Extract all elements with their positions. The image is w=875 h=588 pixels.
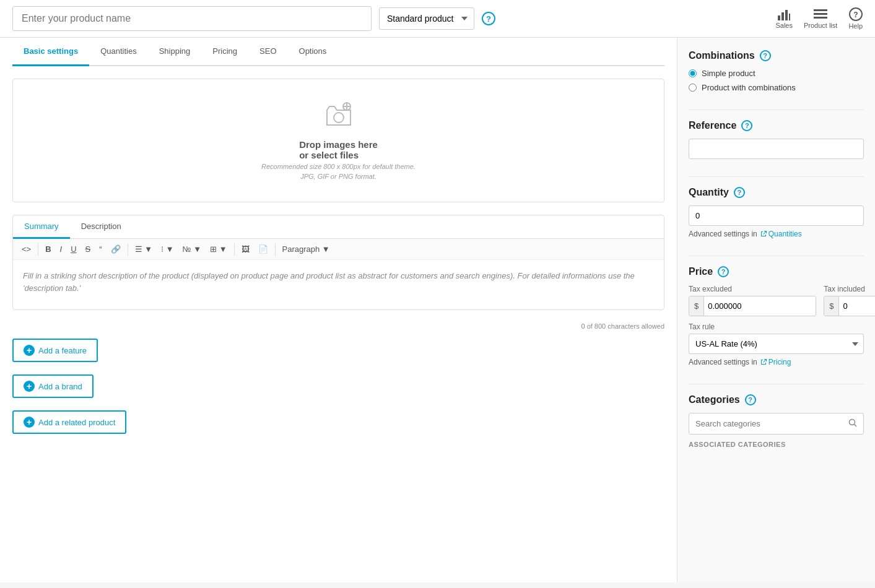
toolbar-divider-2 — [128, 243, 128, 256]
toolbar-strikethrough[interactable]: S — [82, 243, 95, 256]
editor-tab-summary[interactable]: Summary — [13, 215, 70, 239]
sales-label: Sales — [775, 22, 793, 29]
tax-included-field: Tax included $ — [824, 285, 875, 316]
tab-quantities[interactable]: Quantities — [89, 38, 148, 66]
tab-options[interactable]: Options — [288, 38, 338, 66]
tab-seo[interactable]: SEO — [248, 38, 287, 66]
with-combinations-option[interactable]: Product with combinations — [689, 83, 864, 92]
reference-help-icon[interactable]: ? — [741, 120, 752, 131]
question-icon: ? — [849, 7, 863, 21]
tax-rule-label: Tax rule — [689, 322, 864, 331]
tax-included-input[interactable] — [839, 296, 875, 316]
action-buttons: + Add a feature + Add a brand + Add a re… — [12, 339, 664, 440]
price-title: Price ? — [689, 266, 864, 277]
camera-icon — [323, 102, 354, 134]
tax-excluded-field: Tax excluded $ — [689, 285, 816, 316]
header-actions: Sales Product list ? Help — [775, 7, 863, 30]
quantity-title: Quantity ? — [689, 187, 864, 198]
toolbar-paragraph[interactable]: Paragraph ▼ — [279, 243, 334, 256]
toolbar-list-ol[interactable]: № ▼ — [179, 243, 205, 256]
price-help-icon[interactable]: ? — [718, 266, 729, 277]
svg-rect-1 — [781, 12, 784, 20]
combinations-section: Combinations ? Simple product Product wi… — [689, 50, 864, 92]
divider-1 — [689, 110, 864, 110]
tab-shipping[interactable]: Shipping — [148, 38, 202, 66]
tax-excluded-label: Tax excluded — [689, 285, 816, 293]
add-related-product-button[interactable]: + Add a related product — [12, 410, 126, 434]
product-name-input[interactable] — [12, 6, 372, 31]
toolbar-file[interactable]: 📄 — [255, 243, 272, 256]
svg-line-14 — [855, 425, 857, 427]
add-related-icon: + — [24, 417, 35, 428]
editor-section: Summary Description <> B I U S “ 🔗 ☰ ▼ ⁝… — [12, 215, 664, 310]
svg-rect-2 — [785, 10, 788, 20]
assoc-categories-label: ASSOCIATED CATEGORIES — [689, 441, 864, 448]
quantities-link[interactable]: Quantities — [760, 230, 802, 238]
tax-excluded-input[interactable] — [704, 296, 816, 316]
toolbar-italic[interactable]: I — [56, 243, 66, 256]
price-section: Price ? Tax excluded $ Tax included $ — [689, 266, 864, 366]
simple-product-radio[interactable] — [689, 69, 697, 77]
reference-input[interactable] — [689, 139, 864, 159]
editor-placeholder: Fill in a striking short description of … — [23, 271, 635, 293]
add-feature-button[interactable]: + Add a feature — [12, 339, 98, 362]
categories-search-input[interactable] — [689, 413, 842, 434]
toolbar-table[interactable]: ⊞ ▼ — [206, 243, 230, 256]
toolbar-underline[interactable]: U — [67, 243, 80, 256]
toolbar-bold[interactable]: B — [41, 243, 54, 256]
simple-product-option[interactable]: Simple product — [689, 69, 864, 78]
main-tabs: Basic settings Quantities Shipping Prici… — [12, 38, 664, 66]
product-list-action[interactable]: Product list — [804, 8, 837, 29]
header: Standard product Pack of products Virtua… — [0, 0, 875, 38]
tax-rule-select[interactable]: US-AL Rate (4%) No tax Standard Rate — [689, 334, 864, 354]
svg-rect-0 — [778, 15, 780, 20]
product-type-select[interactable]: Standard product Pack of products Virtua… — [379, 7, 474, 30]
char-count: 0 of 800 characters allowed — [12, 320, 664, 332]
pricing-link[interactable]: Pricing — [760, 358, 791, 366]
svg-text:?: ? — [853, 11, 858, 19]
toolbar-blockquote[interactable]: “ — [95, 243, 105, 256]
price-advanced-link: Advanced settings in Pricing — [689, 358, 864, 366]
editor-content[interactable]: Fill in a striking short description of … — [13, 260, 664, 309]
svg-rect-4 — [814, 9, 827, 11]
bar-chart-icon — [777, 8, 791, 20]
tax-excluded-currency: $ — [689, 296, 704, 316]
quantity-help-icon[interactable]: ? — [734, 187, 745, 198]
svg-rect-6 — [814, 17, 827, 19]
categories-title: Categories ? — [689, 394, 864, 405]
with-combinations-radio[interactable] — [689, 84, 697, 92]
tab-pricing[interactable]: Pricing — [201, 38, 248, 66]
tab-basic-settings[interactable]: Basic settings — [12, 38, 89, 66]
combinations-help-icon[interactable]: ? — [760, 50, 771, 61]
categories-section: Categories ? ASSOCIATED CATEGORIES — [689, 394, 864, 448]
categories-help-icon[interactable]: ? — [745, 394, 756, 405]
quantity-input[interactable] — [689, 205, 864, 226]
reference-section: Reference ? — [689, 120, 864, 159]
toolbar-link[interactable]: 🔗 — [107, 243, 124, 256]
drop-hint-1: Recommended size 800 x 800px for default… — [261, 163, 416, 170]
product-type-help-icon[interactable]: ? — [482, 12, 495, 25]
toolbar-list-ul[interactable]: ⁝ ▼ — [157, 243, 177, 256]
add-brand-icon: + — [24, 381, 35, 392]
toolbar-align[interactable]: ☰ ▼ — [131, 243, 156, 256]
list-icon — [814, 8, 827, 20]
help-action[interactable]: ? Help — [848, 7, 863, 30]
add-related-label: Add a related product — [38, 418, 115, 427]
external-link-icon — [760, 230, 767, 238]
price-row: Tax excluded $ Tax included $ — [689, 285, 864, 316]
tax-included-currency: $ — [824, 296, 839, 316]
toolbar-code[interactable]: <> — [18, 243, 35, 256]
editor-tab-description[interactable]: Description — [70, 215, 133, 239]
divider-4 — [689, 384, 864, 384]
editor-tabs: Summary Description — [13, 215, 664, 239]
add-brand-button[interactable]: + Add a brand — [12, 374, 94, 398]
pricing-external-link-icon — [760, 358, 767, 366]
tax-excluded-input-wrap: $ — [689, 296, 816, 316]
sales-action[interactable]: Sales — [775, 8, 793, 29]
drop-text: Drop images here or select files — [299, 139, 378, 160]
image-dropzone[interactable]: Drop images here or select files Recomme… — [12, 79, 664, 202]
drop-hint-2: JPG, GIF or PNG format. — [300, 173, 377, 180]
add-feature-label: Add a feature — [38, 346, 87, 355]
toolbar-image[interactable]: 🖼 — [238, 243, 253, 256]
tax-included-label: Tax included — [824, 285, 875, 293]
